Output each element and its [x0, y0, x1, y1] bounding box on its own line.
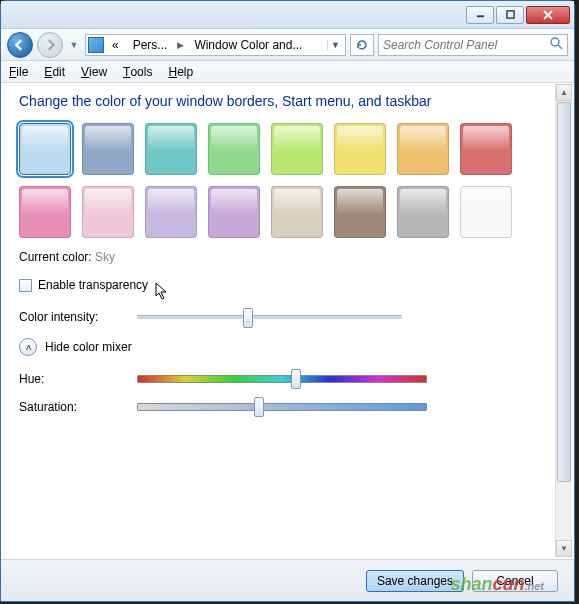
saturation-row: Saturation: — [19, 400, 556, 414]
color-swatch-lavender[interactable] — [208, 186, 260, 238]
chevron-up-icon: ʌ — [26, 342, 31, 352]
svg-rect-1 — [506, 11, 513, 18]
color-swatch-blush[interactable] — [82, 186, 134, 238]
intensity-slider[interactable] — [137, 315, 402, 319]
saturation-thumb[interactable] — [254, 397, 264, 417]
page-heading: Change the color of your window borders,… — [19, 93, 556, 109]
menu-help[interactable]: Help — [168, 65, 193, 79]
current-color-value: Sky — [95, 250, 115, 264]
maximize-button[interactable] — [496, 6, 524, 24]
transparency-row: Enable transparency — [19, 278, 556, 292]
breadcrumb-item2[interactable]: Window Color and... — [188, 35, 308, 55]
cancel-button[interactable]: Cancel — [472, 570, 558, 592]
current-color-label: Current color: — [19, 250, 92, 264]
menu-bar: File Edit View Tools Help — [1, 61, 574, 83]
svg-point-4 — [551, 38, 559, 46]
menu-view[interactable]: View — [81, 65, 107, 79]
mixer-toggle-row: ʌ Hide color mixer — [19, 338, 556, 356]
window-frame: ▼ « Pers... ▶ Window Color and... ▼ File… — [0, 0, 575, 602]
color-swatch-ruby[interactable] — [460, 123, 512, 175]
saturation-slider[interactable] — [137, 403, 427, 411]
color-swatch-leaf[interactable] — [208, 123, 260, 175]
scroll-down-button[interactable]: ▼ — [556, 540, 572, 557]
navigation-bar: ▼ « Pers... ▶ Window Color and... ▼ — [1, 29, 574, 61]
intensity-thumb[interactable] — [243, 308, 253, 328]
menu-edit[interactable]: Edit — [44, 65, 65, 79]
footer-bar: Save changes Cancel — [1, 559, 574, 601]
color-swatch-twilight[interactable] — [82, 123, 134, 175]
menu-tools[interactable]: Tools — [123, 65, 152, 79]
back-button[interactable] — [7, 32, 33, 58]
scroll-up-button[interactable]: ▲ — [556, 84, 572, 101]
chevron-right-icon: ▶ — [175, 40, 186, 50]
content-area: Change the color of your window borders,… — [1, 83, 574, 601]
titlebar[interactable] — [1, 1, 574, 29]
color-swatch-fuchsia[interactable] — [19, 186, 71, 238]
vertical-scrollbar[interactable]: ▲ ▼ — [555, 84, 572, 557]
svg-line-5 — [558, 45, 562, 49]
intensity-row: Color intensity: — [19, 310, 556, 324]
mixer-label[interactable]: Hide color mixer — [45, 340, 132, 354]
current-color-row: Current color: Sky — [19, 250, 556, 264]
saturation-label: Saturation: — [19, 400, 129, 414]
forward-button — [37, 32, 63, 58]
color-swatch-pumpkin[interactable] — [397, 123, 449, 175]
scroll-thumb[interactable] — [557, 102, 571, 482]
color-swatch-chocolate[interactable] — [334, 186, 386, 238]
color-swatches — [19, 123, 556, 238]
color-swatch-sun[interactable] — [334, 123, 386, 175]
color-swatch-slate[interactable] — [397, 186, 449, 238]
search-box[interactable] — [378, 34, 568, 56]
transparency-checkbox[interactable] — [19, 279, 32, 292]
breadcrumb-bar[interactable]: « Pers... ▶ Window Color and... ▼ — [85, 34, 346, 56]
cursor-icon — [155, 282, 169, 300]
breadcrumb-prefix[interactable]: « — [106, 35, 125, 55]
breadcrumb-item1[interactable]: Pers... — [127, 35, 174, 55]
color-swatch-sky[interactable] — [19, 123, 71, 175]
color-swatch-frost[interactable] — [460, 186, 512, 238]
control-panel-icon — [88, 37, 104, 53]
hue-row: Hue: — [19, 372, 556, 386]
hue-thumb[interactable] — [291, 369, 301, 389]
search-icon[interactable] — [550, 36, 563, 54]
minimize-button[interactable] — [466, 6, 494, 24]
collapse-mixer-button[interactable]: ʌ — [19, 338, 37, 356]
color-swatch-violet[interactable] — [145, 186, 197, 238]
hue-label: Hue: — [19, 372, 129, 386]
color-swatch-taupe[interactable] — [271, 186, 323, 238]
transparency-label[interactable]: Enable transparency — [38, 278, 148, 292]
intensity-label: Color intensity: — [19, 310, 129, 324]
color-swatch-sea[interactable] — [145, 123, 197, 175]
color-swatch-lime[interactable] — [271, 123, 323, 175]
history-dropdown-icon[interactable]: ▼ — [67, 35, 81, 55]
refresh-button[interactable] — [350, 34, 374, 56]
search-input[interactable] — [383, 38, 550, 52]
breadcrumb-dropdown-icon[interactable]: ▼ — [327, 40, 343, 50]
close-button[interactable] — [526, 6, 570, 24]
hue-slider[interactable] — [137, 375, 427, 383]
save-changes-button[interactable]: Save changes — [366, 570, 464, 592]
menu-file[interactable]: File — [9, 65, 28, 79]
